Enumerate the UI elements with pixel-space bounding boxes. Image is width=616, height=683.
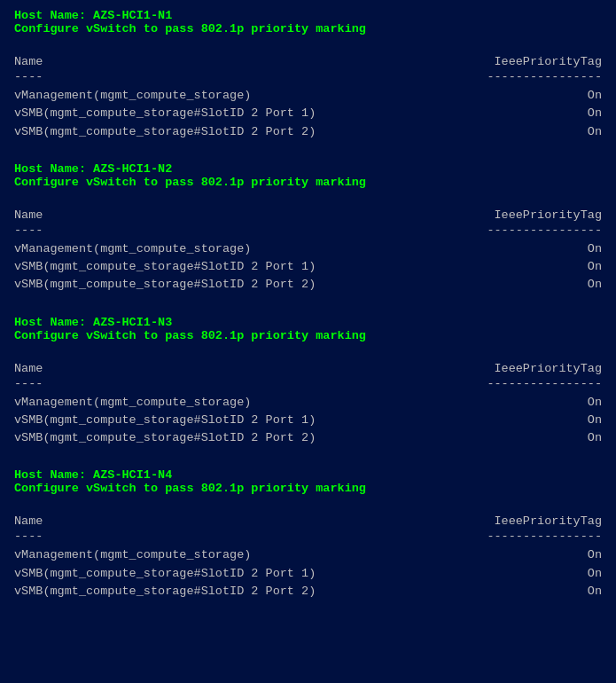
configure-line-n2: Configure vSwitch to pass 802.1p priorit… [14, 176, 602, 189]
host-name-n2: Host Name: AZS-HCI1-N2 [14, 162, 602, 176]
row-tag-n4-1: On [460, 565, 602, 583]
table-row: vSMB(mgmt_compute_storage#SlotID 2 Port … [14, 105, 602, 122]
table-header-n4: NameIeeePriorityTag [14, 514, 602, 528]
row-name-n4-1: vSMB(mgmt_compute_storage#SlotID 2 Port … [14, 565, 460, 583]
table-row: vSMB(mgmt_compute_storage#SlotID 2 Port … [14, 276, 602, 294]
table-row: vSMB(mgmt_compute_storage#SlotID 2 Port … [14, 565, 602, 583]
row-tag-n1-2: On [460, 123, 602, 141]
row-tag-n3-1: On [460, 412, 602, 429]
row-name-n3-0: vManagement(mgmt_compute_storage) [14, 394, 460, 412]
row-name-n3-2: vSMB(mgmt_compute_storage#SlotID 2 Port … [14, 429, 460, 447]
host-section-n3: Host Name: AZS-HCI1-N3Configure vSwitch … [14, 316, 602, 448]
divider-name-n4: ---- [14, 530, 460, 543]
terminal-window: Host Name: AZS-HCI1-N1Configure vSwitch … [14, 9, 602, 601]
row-tag-n2-0: On [460, 240, 602, 258]
host-section-n2: Host Name: AZS-HCI1-N2Configure vSwitch … [14, 162, 602, 294]
row-name-n1-0: vManagement(mgmt_compute_storage) [14, 87, 460, 105]
col-header-name-n3: Name [14, 362, 460, 375]
divider-name-n3: ---- [14, 377, 460, 390]
table-n1: NameIeeePriorityTag--------------------v… [14, 55, 602, 141]
row-name-n4-0: vManagement(mgmt_compute_storage) [14, 546, 460, 564]
table-header-n3: NameIeeePriorityTag [14, 362, 602, 375]
divider-name-n1: ---- [14, 70, 460, 83]
divider-tag-n1: ---------------- [460, 70, 602, 83]
table-n4: NameIeeePriorityTag--------------------v… [14, 514, 602, 601]
configure-line-n4: Configure vSwitch to pass 802.1p priorit… [14, 482, 602, 495]
row-name-n3-1: vSMB(mgmt_compute_storage#SlotID 2 Port … [14, 412, 460, 429]
table-row: vSMB(mgmt_compute_storage#SlotID 2 Port … [14, 412, 602, 429]
row-name-n4-2: vSMB(mgmt_compute_storage#SlotID 2 Port … [14, 583, 460, 601]
row-tag-n4-2: On [460, 583, 602, 601]
col-header-tag-n4: IeeePriorityTag [460, 514, 602, 528]
row-tag-n1-1: On [460, 105, 602, 122]
row-name-n2-2: vSMB(mgmt_compute_storage#SlotID 2 Port … [14, 276, 460, 294]
row-name-n2-1: vSMB(mgmt_compute_storage#SlotID 2 Port … [14, 258, 460, 276]
col-header-name-n4: Name [14, 514, 460, 528]
row-name-n1-2: vSMB(mgmt_compute_storage#SlotID 2 Port … [14, 123, 460, 141]
divider-tag-n4: ---------------- [460, 530, 602, 543]
table-row: vManagement(mgmt_compute_storage)On [14, 87, 602, 105]
row-tag-n2-2: On [460, 276, 602, 294]
col-header-tag-n3: IeeePriorityTag [460, 362, 602, 375]
row-tag-n1-0: On [460, 87, 602, 105]
row-tag-n4-0: On [460, 546, 602, 564]
row-name-n2-0: vManagement(mgmt_compute_storage) [14, 240, 460, 258]
configure-line-n1: Configure vSwitch to pass 802.1p priorit… [14, 22, 602, 35]
table-row: vManagement(mgmt_compute_storage)On [14, 394, 602, 412]
row-tag-n3-0: On [460, 394, 602, 412]
host-name-n1: Host Name: AZS-HCI1-N1 [14, 9, 602, 22]
table-row: vSMB(mgmt_compute_storage#SlotID 2 Port … [14, 429, 602, 447]
table-row: vSMB(mgmt_compute_storage#SlotID 2 Port … [14, 258, 602, 276]
table-divider-n1: -------------------- [14, 70, 602, 83]
row-name-n1-1: vSMB(mgmt_compute_storage#SlotID 2 Port … [14, 105, 460, 122]
host-section-n1: Host Name: AZS-HCI1-N1Configure vSwitch … [14, 9, 602, 141]
host-section-n4: Host Name: AZS-HCI1-N4Configure vSwitch … [14, 468, 602, 601]
configure-line-n3: Configure vSwitch to pass 802.1p priorit… [14, 329, 602, 342]
table-row: vManagement(mgmt_compute_storage)On [14, 240, 602, 258]
col-header-name-n1: Name [14, 55, 460, 68]
col-header-name-n2: Name [14, 208, 460, 222]
table-header-n1: NameIeeePriorityTag [14, 55, 602, 68]
row-tag-n2-1: On [460, 258, 602, 276]
table-row: vManagement(mgmt_compute_storage)On [14, 546, 602, 564]
table-divider-n2: -------------------- [14, 224, 602, 237]
table-row: vSMB(mgmt_compute_storage#SlotID 2 Port … [14, 583, 602, 601]
host-name-n3: Host Name: AZS-HCI1-N3 [14, 316, 602, 329]
divider-tag-n2: ---------------- [460, 224, 602, 237]
table-row: vSMB(mgmt_compute_storage#SlotID 2 Port … [14, 123, 602, 141]
col-header-tag-n2: IeeePriorityTag [460, 208, 602, 222]
table-divider-n3: -------------------- [14, 377, 602, 390]
table-n2: NameIeeePriorityTag--------------------v… [14, 208, 602, 294]
table-n3: NameIeeePriorityTag--------------------v… [14, 362, 602, 448]
table-divider-n4: -------------------- [14, 530, 602, 543]
col-header-tag-n1: IeeePriorityTag [460, 55, 602, 68]
host-name-n4: Host Name: AZS-HCI1-N4 [14, 468, 602, 482]
divider-name-n2: ---- [14, 224, 460, 237]
divider-tag-n3: ---------------- [460, 377, 602, 390]
row-tag-n3-2: On [460, 429, 602, 447]
table-header-n2: NameIeeePriorityTag [14, 208, 602, 222]
